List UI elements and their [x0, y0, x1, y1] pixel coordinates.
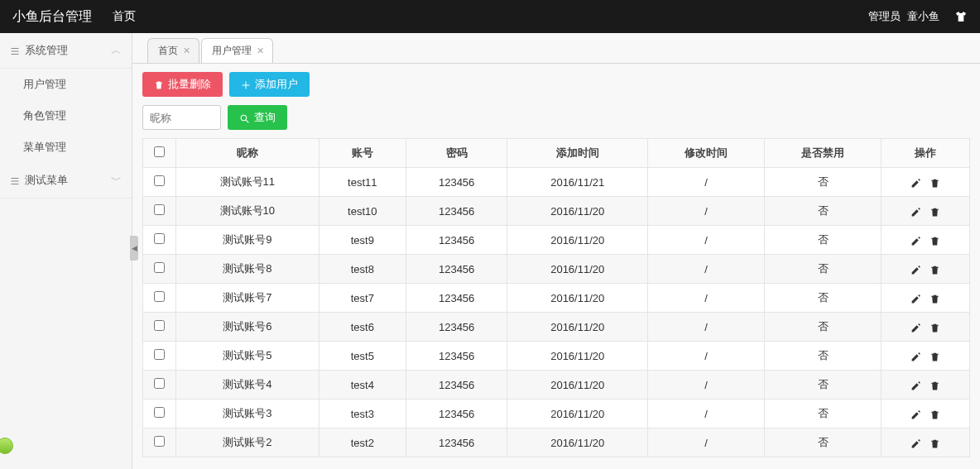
tab-users[interactable]: 用户管理 ✕ — [201, 38, 273, 63]
row-checkbox[interactable] — [154, 233, 165, 244]
trash-icon — [154, 79, 164, 91]
col-add-time: 添加时间 — [507, 139, 648, 168]
row-checkbox[interactable] — [154, 378, 165, 389]
select-all-checkbox[interactable] — [154, 146, 165, 157]
cell-nickname: 测试账号10 — [176, 197, 319, 226]
sidebar-item-menus[interactable]: 菜单管理 — [0, 132, 132, 163]
button-label: 查询 — [254, 110, 276, 125]
sidebar-group-system[interactable]: 系统管理 ︿ — [0, 33, 132, 69]
table-row: 测试账号10test101234562016/11/20/否 — [143, 197, 970, 226]
row-checkbox[interactable] — [154, 407, 165, 418]
row-checkbox[interactable] — [154, 262, 165, 273]
edit-icon[interactable] — [910, 233, 921, 246]
cell-add-time: 2016/11/20 — [507, 313, 648, 342]
row-checkbox[interactable] — [154, 320, 165, 331]
sidebar-item-label: 菜单管理 — [23, 141, 66, 153]
list-icon — [10, 45, 20, 57]
cell-account: test4 — [319, 371, 406, 400]
cell-nickname: 测试账号2 — [176, 428, 319, 457]
col-nickname: 昵称 — [176, 139, 319, 168]
cell-update-time: / — [648, 168, 765, 197]
delete-icon[interactable] — [930, 291, 940, 304]
row-checkbox[interactable] — [154, 436, 165, 447]
delete-icon[interactable] — [930, 204, 940, 217]
row-checkbox[interactable] — [154, 291, 165, 302]
cell-update-time: / — [648, 313, 765, 342]
delete-icon[interactable] — [930, 436, 940, 448]
sidebar: 系统管理 ︿ 用户管理 角色管理 菜单管理 测试菜单 ﹀ ◀ — [0, 33, 132, 469]
cell-update-time: / — [648, 400, 765, 428]
button-label: 批量删除 — [168, 77, 211, 92]
search-icon — [239, 111, 250, 123]
edit-icon[interactable] — [910, 320, 921, 333]
edit-icon[interactable] — [910, 407, 921, 419]
tab-home[interactable]: 首页 ✕ — [147, 38, 199, 63]
cell-disabled: 否 — [765, 255, 882, 284]
cell-update-time: / — [648, 342, 765, 371]
batch-delete-button[interactable]: 批量删除 — [142, 72, 223, 97]
cell-add-time: 2016/11/20 — [507, 400, 648, 428]
edit-icon[interactable] — [910, 436, 921, 448]
username-label[interactable]: 童小鱼 — [907, 9, 939, 24]
topbar: 小鱼后台管理 首页 管理员 童小鱼 — [0, 0, 980, 33]
cell-update-time: / — [648, 371, 765, 400]
cell-add-time: 2016/11/21 — [507, 168, 648, 197]
table-row: 测试账号5test51234562016/11/20/否 — [143, 342, 970, 371]
delete-icon[interactable] — [930, 349, 940, 361]
col-actions: 操作 — [882, 139, 970, 168]
cell-nickname: 测试账号8 — [176, 255, 319, 284]
cell-account: test7 — [319, 284, 406, 313]
edit-icon[interactable] — [910, 204, 921, 217]
add-user-button[interactable]: 添加用户 — [229, 72, 310, 97]
cell-nickname: 测试账号11 — [176, 168, 319, 197]
table-row: 测试账号8test81234562016/11/20/否 — [143, 255, 970, 284]
sidebar-group-test[interactable]: 测试菜单 ﹀ — [0, 163, 132, 199]
sidebar-item-users[interactable]: 用户管理 — [0, 69, 132, 100]
status-badge-icon — [0, 438, 13, 454]
cell-add-time: 2016/11/20 — [507, 197, 648, 226]
nickname-search-input[interactable] — [142, 105, 221, 130]
cell-account: test11 — [319, 168, 406, 197]
tabs: 首页 ✕ 用户管理 ✕ — [132, 33, 980, 64]
topbar-home-link[interactable]: 首页 — [113, 9, 136, 24]
table-row: 测试账号9test91234562016/11/20/否 — [143, 226, 970, 255]
cell-password: 123456 — [406, 371, 507, 400]
cell-nickname: 测试账号7 — [176, 284, 319, 313]
row-checkbox[interactable] — [154, 349, 165, 360]
table-row: 测试账号6test61234562016/11/20/否 — [143, 313, 970, 342]
row-checkbox[interactable] — [154, 204, 165, 215]
svg-rect-3 — [12, 178, 19, 179]
col-password: 密码 — [406, 139, 507, 168]
close-icon[interactable]: ✕ — [183, 45, 190, 56]
cell-disabled: 否 — [765, 400, 882, 428]
cell-update-time: / — [648, 226, 765, 255]
cell-disabled: 否 — [765, 168, 882, 197]
edit-icon[interactable] — [910, 349, 921, 361]
delete-icon[interactable] — [930, 320, 940, 333]
cell-add-time: 2016/11/20 — [507, 428, 648, 457]
sidebar-collapse-handle[interactable]: ◀ — [130, 236, 138, 261]
edit-icon[interactable] — [910, 262, 921, 275]
delete-icon[interactable] — [930, 407, 940, 419]
edit-icon[interactable] — [910, 175, 921, 188]
svg-rect-2 — [12, 54, 19, 55]
tshirt-icon[interactable] — [954, 10, 968, 24]
delete-icon[interactable] — [930, 262, 940, 275]
close-icon[interactable]: ✕ — [257, 45, 264, 56]
cell-account: test3 — [319, 400, 406, 428]
row-checkbox[interactable] — [154, 175, 165, 186]
svg-rect-1 — [12, 51, 19, 52]
delete-icon[interactable] — [930, 378, 940, 390]
search-button[interactable]: 查询 — [228, 105, 287, 130]
sidebar-item-roles[interactable]: 角色管理 — [0, 100, 132, 132]
list-icon — [10, 175, 20, 187]
delete-icon[interactable] — [930, 233, 940, 246]
cell-disabled: 否 — [765, 197, 882, 226]
edit-icon[interactable] — [910, 378, 921, 390]
delete-icon[interactable] — [930, 175, 940, 188]
svg-point-6 — [241, 115, 247, 121]
edit-icon[interactable] — [910, 291, 921, 304]
cell-disabled: 否 — [765, 428, 882, 457]
cell-account: test10 — [319, 197, 406, 226]
cell-nickname: 测试账号3 — [176, 400, 319, 428]
